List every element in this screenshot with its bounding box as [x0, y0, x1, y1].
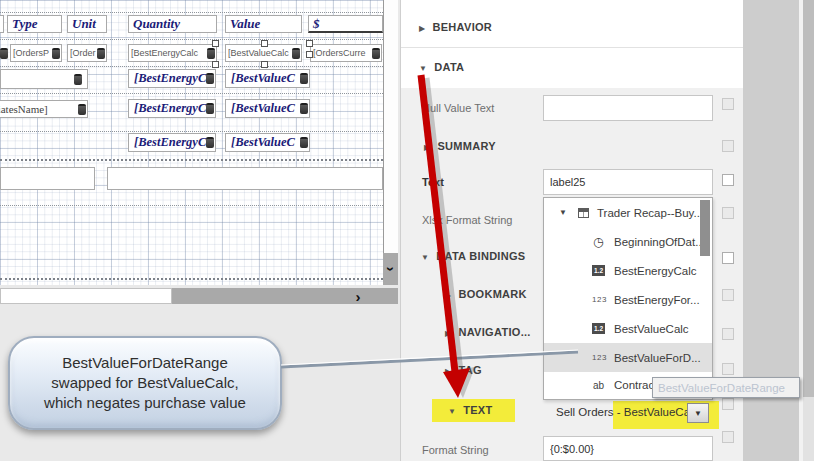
- section-text[interactable]: ▼TEXT: [448, 404, 493, 416]
- property-checkbox[interactable]: [722, 328, 734, 340]
- band-separator: [0, 159, 383, 161]
- field-cell-label: [OrdersP: [13, 48, 49, 58]
- section-label: NAVIGATIO...: [458, 326, 530, 338]
- expanded-arrow-icon: ▼: [421, 253, 429, 262]
- total-cell-best-value[interactable]: [BestValueC: [225, 99, 310, 118]
- field-item-hovered[interactable]: 123 BestValueForD...: [544, 343, 712, 372]
- header-cell-type[interactable]: Type: [7, 15, 62, 33]
- designer-horizontal-scrollbar[interactable]: ›: [0, 288, 398, 304]
- report-design-surface[interactable]: Type Unit Quantity Value $ [OrdersP [Ord…: [0, 0, 383, 285]
- horizontal-scroll-thumb[interactable]: [0, 288, 172, 304]
- datetime-field-icon: ◷: [593, 236, 603, 248]
- field-cell-best-energy-calc[interactable]: [BestEnergyCalc: [128, 44, 217, 62]
- null-value-text-input[interactable]: [543, 95, 713, 121]
- field-binding-icon: [206, 103, 214, 114]
- band-separator: [0, 12, 383, 13]
- property-checkbox[interactable]: [722, 252, 734, 264]
- property-checkbox[interactable]: [722, 363, 734, 375]
- total-cell-best-energy[interactable]: [BestEnergyC: [128, 133, 216, 152]
- header-cell-value[interactable]: Value: [225, 15, 302, 33]
- format-string-label: Format String: [422, 444, 489, 456]
- total-cell-best-value[interactable]: [BestValueC: [225, 69, 310, 88]
- panel-header-area: [401, 0, 744, 88]
- total-cell-label: [BestValueC: [231, 71, 295, 86]
- selection-handle[interactable]: [306, 51, 313, 58]
- property-checkbox[interactable]: [722, 289, 734, 301]
- field-binding-icon: [74, 74, 82, 85]
- section-tag[interactable]: ▶TAG: [445, 364, 482, 376]
- section-bookmark[interactable]: ▶BOOKMARK: [445, 288, 527, 300]
- field-cell-orders-p[interactable]: [OrdersP: [10, 44, 62, 62]
- selection-handle[interactable]: [212, 61, 219, 68]
- footer-cell-empty[interactable]: [107, 167, 383, 190]
- scroll-right-button[interactable]: ›: [348, 288, 368, 304]
- band-separator: [0, 39, 383, 40]
- divider: [401, 47, 744, 48]
- property-checkbox[interactable]: [722, 98, 734, 110]
- property-checkbox[interactable]: [722, 174, 734, 186]
- field-binding-icon: [97, 48, 105, 59]
- field-list-dropdown: ▼ Trader Recap--Buy... ◷ BeginningOfDat.…: [543, 197, 713, 400]
- integer-field-icon: 123: [592, 295, 607, 304]
- footer-cell-empty[interactable]: [0, 167, 95, 190]
- binding-dropdown-button[interactable]: ▼: [687, 403, 709, 423]
- selection-handle[interactable]: [306, 40, 313, 47]
- field-item[interactable]: ◷ BeginningOfDat...: [544, 227, 712, 256]
- designer-vertical-scrollbar[interactable]: [383, 0, 398, 285]
- section-navigation[interactable]: ▶NAVIGATIO...: [445, 326, 531, 338]
- field-cell-order[interactable]: [Order: [67, 44, 107, 62]
- total-cell-label: [BestEnergyC: [134, 101, 206, 116]
- section-behavior[interactable]: ▶BEHAVIOR: [419, 21, 492, 33]
- header-cell-clipped[interactable]: [0, 15, 4, 33]
- field-binding-icon: [78, 104, 86, 115]
- header-cell-unit[interactable]: Unit: [67, 15, 107, 33]
- tree-node-datasource[interactable]: ▼ Trader Recap--Buy...: [544, 198, 712, 227]
- band-separator: [0, 205, 383, 206]
- selection-handle[interactable]: [261, 61, 268, 68]
- header-cell-quantity[interactable]: Quantity: [128, 15, 217, 33]
- annotation-callout: BestValueForDateRange swapped for BestVa…: [8, 336, 282, 430]
- expanded-arrow-icon: ▼: [448, 407, 456, 416]
- field-binding-icon: [300, 73, 308, 84]
- field-binding-icon: [207, 48, 215, 59]
- text-binding-combo[interactable]: Sell Orders - BestValueCalc: [556, 406, 698, 418]
- field-cell-label: [BestValueCalc: [228, 48, 289, 58]
- scroll-down-button[interactable]: ›: [383, 253, 398, 285]
- field-binding-icon: [0, 48, 8, 59]
- property-checkbox[interactable]: [722, 398, 734, 410]
- total-cell-best-energy[interactable]: [BestEnergyC: [128, 69, 216, 88]
- property-checkbox[interactable]: [722, 431, 734, 443]
- total-cell-label: [BestValueC: [231, 101, 295, 116]
- selection-handle[interactable]: [212, 40, 219, 47]
- band-separator: [0, 131, 383, 132]
- section-summary[interactable]: ▶SUMMARY: [424, 140, 496, 152]
- section-data[interactable]: ▼DATA: [419, 61, 464, 73]
- field-binding-icon: [52, 48, 60, 59]
- panel-scrollbar-thumb[interactable]: [803, 0, 814, 397]
- total-cell-label: [BestEnergyC: [134, 71, 206, 86]
- group-cell-empty[interactable]: [0, 69, 88, 89]
- format-string-input[interactable]: [543, 436, 713, 461]
- annotation-text: BestValueForDateRange swapped for BestVa…: [44, 353, 246, 412]
- dropdown-arrow-icon: ▼: [694, 409, 702, 418]
- section-data-bindings[interactable]: ▼DATA BINDINGS: [421, 250, 525, 262]
- field-item[interactable]: 1.2 BestValueCalc: [544, 314, 712, 343]
- header-cell-dollar[interactable]: $: [308, 15, 383, 33]
- total-cell-best-energy[interactable]: [BestEnergyC: [128, 99, 216, 118]
- popup-scrollbar-thumb[interactable]: [700, 200, 710, 256]
- property-checkbox[interactable]: [722, 140, 734, 152]
- band-separator: [0, 278, 383, 280]
- field-item[interactable]: 123 BestEnergyFor...: [544, 285, 712, 314]
- text-property-input[interactable]: [543, 169, 713, 195]
- total-cell-best-value[interactable]: [BestValueC: [225, 133, 310, 152]
- field-item-label: BestEnergyFor...: [614, 294, 700, 306]
- field-cell-orders-curre[interactable]: [OrdersCurre: [310, 44, 382, 62]
- field-item-label: BestValueCalc: [614, 323, 689, 335]
- collapsed-arrow-icon: ▶: [419, 24, 425, 33]
- property-checkbox[interactable]: [722, 207, 734, 219]
- group-cell-associates-name[interactable]: sociatesName]: [0, 100, 88, 118]
- total-cell-label: [BestEnergyC: [134, 135, 206, 150]
- field-item[interactable]: 1.2 BestEnergyCalc: [544, 256, 712, 285]
- section-label: BOOKMARK: [458, 288, 526, 300]
- selection-handle[interactable]: [261, 40, 268, 47]
